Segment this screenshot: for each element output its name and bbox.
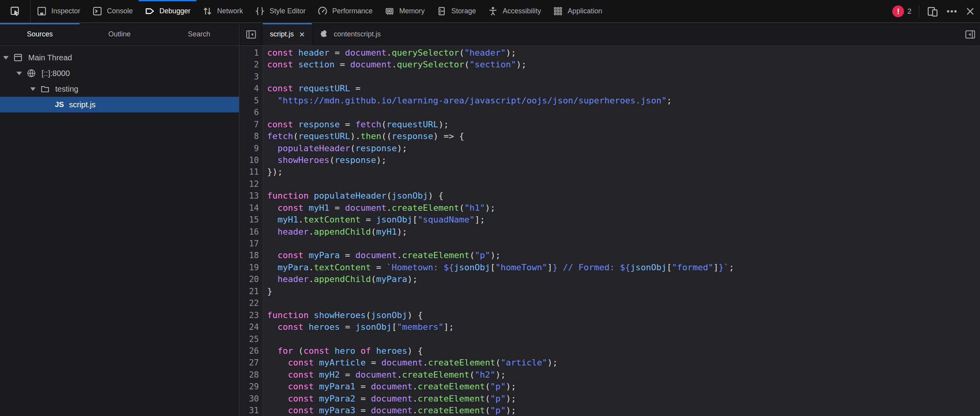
- code-line-12[interactable]: [267, 178, 980, 190]
- line-number-29[interactable]: 29: [240, 381, 259, 392]
- code-line-26[interactable]: for (const hero of heroes) {: [267, 345, 980, 357]
- tree-item-testing[interactable]: testing: [0, 81, 239, 97]
- code-line-6[interactable]: [267, 107, 980, 118]
- node-picker-button[interactable]: [0, 0, 31, 22]
- line-number-20[interactable]: 20: [240, 273, 259, 285]
- line-number-7[interactable]: 7: [240, 119, 259, 130]
- code-line-21[interactable]: }: [267, 286, 980, 297]
- sidebar-tab-outline[interactable]: Outline: [80, 23, 159, 45]
- line-number-28[interactable]: 28: [240, 369, 259, 381]
- line-number-17[interactable]: 17: [240, 238, 259, 250]
- line-number-25[interactable]: 25: [240, 333, 259, 345]
- toolbar-tab-style-editor[interactable]: Style Editor: [249, 0, 311, 22]
- extension-puzzle-icon: [319, 29, 329, 40]
- toolbar-tab-inspector[interactable]: Inspector: [31, 0, 86, 22]
- editor-tab-script-js[interactable]: script.js×: [263, 23, 312, 45]
- code-line-3[interactable]: [267, 71, 980, 83]
- code-line-1[interactable]: const header = document.querySelector("h…: [267, 47, 980, 59]
- line-number-6[interactable]: 6: [240, 107, 259, 118]
- collapse-sources-pane-button[interactable]: [239, 23, 263, 45]
- code-line-17[interactable]: [267, 238, 980, 250]
- line-number-27[interactable]: 27: [240, 357, 259, 369]
- tree-item-main-thread[interactable]: Main Thread: [0, 50, 239, 65]
- line-number-gutter[interactable]: 1234567891011121314151617181920212223242…: [240, 46, 263, 416]
- code-line-27[interactable]: const myArticle = document.createElement…: [267, 357, 980, 369]
- toolbar-tab-accessibility[interactable]: Accessibility: [482, 0, 547, 22]
- sidebar-tab-sources[interactable]: Sources: [0, 23, 80, 45]
- code-line-20[interactable]: header.appendChild(myPara);: [267, 273, 980, 285]
- code-line-7[interactable]: const response = fetch(requestURL);: [267, 119, 980, 130]
- code-line-9[interactable]: populateHeader(response);: [267, 143, 980, 154]
- code-line-24[interactable]: const heroes = jsonObj["members"];: [267, 321, 980, 333]
- line-number-4[interactable]: 4: [240, 83, 259, 94]
- code-line-14[interactable]: const myH1 = document.createElement("h1"…: [267, 202, 980, 214]
- code-editor[interactable]: 1234567891011121314151617181920212223242…: [240, 46, 980, 416]
- code-line-29[interactable]: const myPara1 = document.createElement("…: [267, 381, 980, 392]
- line-number-21[interactable]: 21: [240, 286, 259, 297]
- line-number-2[interactable]: 2: [240, 59, 259, 71]
- line-number-19[interactable]: 19: [240, 262, 259, 273]
- line-number-12[interactable]: 12: [240, 178, 259, 190]
- code-line-13[interactable]: function populateHeader(jsonObj) {: [267, 190, 980, 202]
- line-number-3[interactable]: 3: [240, 71, 259, 83]
- line-number-13[interactable]: 13: [240, 190, 259, 202]
- line-number-31[interactable]: 31: [240, 405, 259, 416]
- toolbar-tab-label: Performance: [332, 7, 372, 15]
- tree-item-script-js[interactable]: JSscript.js: [0, 97, 239, 112]
- line-number-30[interactable]: 30: [240, 393, 259, 405]
- line-number-16[interactable]: 16: [240, 226, 259, 238]
- code-line-8[interactable]: fetch(requestURL).then((response) => {: [267, 130, 980, 142]
- toolbar-tab-network[interactable]: Network: [196, 0, 249, 22]
- line-number-24[interactable]: 24: [240, 321, 259, 333]
- code-pane[interactable]: const header = document.querySelector("h…: [263, 46, 980, 416]
- code-line-18[interactable]: const myPara = document.createElement("p…: [267, 250, 980, 261]
- code-line-5[interactable]: "https://mdn.github.io/learning-area/jav…: [267, 95, 980, 107]
- console-icon: [92, 6, 103, 16]
- line-number-26[interactable]: 26: [240, 345, 259, 357]
- line-number-14[interactable]: 14: [240, 202, 259, 214]
- line-number-9[interactable]: 9: [240, 143, 259, 154]
- error-badge[interactable]: ! 2: [892, 5, 911, 17]
- toolbar-tab-storage[interactable]: Storage: [430, 0, 482, 22]
- code-line-19[interactable]: myPara.textContent = `Hometown: ${jsonOb…: [267, 262, 980, 273]
- expand-twisty-icon[interactable]: [16, 72, 22, 75]
- line-number-23[interactable]: 23: [240, 309, 259, 321]
- close-icon[interactable]: [965, 6, 975, 16]
- expand-twisty-icon[interactable]: [30, 87, 36, 91]
- collapse-panel-button[interactable]: [964, 23, 976, 45]
- code-line-16[interactable]: header.appendChild(myH1);: [267, 226, 980, 238]
- code-line-28[interactable]: const myH2 = document.createElement("h2"…: [267, 369, 980, 381]
- toolbar-tab-memory[interactable]: Memory: [378, 0, 430, 22]
- responsive-design-mode-icon[interactable]: [927, 5, 938, 17]
- toolbar-tab-console[interactable]: Console: [86, 0, 139, 22]
- expand-twisty-icon[interactable]: [3, 56, 9, 60]
- code-line-30[interactable]: const myPara2 = document.createElement("…: [267, 393, 980, 405]
- line-number-22[interactable]: 22: [240, 297, 259, 309]
- line-number-18[interactable]: 18: [240, 250, 259, 261]
- toolbar-tab-application[interactable]: Application: [547, 0, 608, 22]
- code-line-11[interactable]: });: [267, 166, 980, 178]
- code-line-22[interactable]: [267, 297, 980, 309]
- code-line-4[interactable]: const requestURL =: [267, 83, 980, 94]
- code-line-2[interactable]: const section = document.querySelector("…: [267, 59, 980, 71]
- code-line-25[interactable]: [267, 333, 980, 345]
- style-editor-icon: [255, 6, 265, 16]
- line-number-8[interactable]: 8: [240, 130, 259, 142]
- line-number-15[interactable]: 15: [240, 214, 259, 226]
- close-tab-icon[interactable]: ×: [299, 30, 305, 39]
- code-line-15[interactable]: myH1.textContent = jsonObj["squadName"];: [267, 214, 980, 226]
- code-line-10[interactable]: showHeroes(response);: [267, 154, 980, 166]
- sidebar-tab-search[interactable]: Search: [159, 23, 239, 45]
- toolbar-tab-performance[interactable]: Performance: [311, 0, 378, 22]
- line-number-11[interactable]: 11: [240, 166, 259, 178]
- line-number-1[interactable]: 1: [240, 47, 259, 59]
- toolbar-tab-debugger[interactable]: Debugger: [139, 0, 196, 22]
- window-icon: [13, 52, 23, 63]
- editor-tab-contentscript-js[interactable]: contentscript.js: [312, 23, 388, 45]
- tree-item-8000[interactable]: [::]:8000: [0, 65, 239, 81]
- meatball-menu-icon[interactable]: [946, 5, 958, 17]
- code-line-31[interactable]: const myPara3 = document.createElement("…: [267, 405, 980, 416]
- line-number-10[interactable]: 10: [240, 154, 259, 166]
- code-line-23[interactable]: function showHeroes(jsonObj) {: [267, 309, 980, 321]
- line-number-5[interactable]: 5: [240, 95, 259, 107]
